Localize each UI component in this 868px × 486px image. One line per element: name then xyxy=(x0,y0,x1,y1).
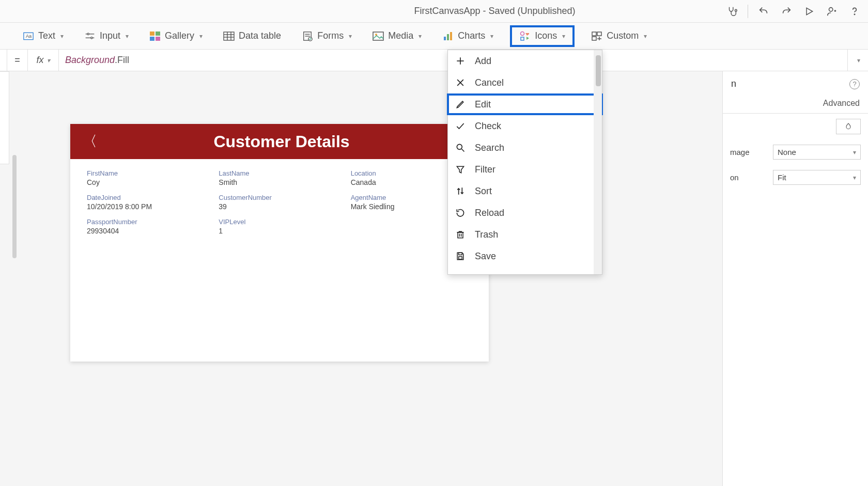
datatable-icon xyxy=(223,30,235,42)
dropdown-more-indicator[interactable]: ▾ xyxy=(448,267,602,274)
forms-icon xyxy=(302,30,313,42)
ribbon-media[interactable]: Media▾ xyxy=(368,27,426,45)
chevron-down-icon: ▾ xyxy=(853,149,856,156)
stethoscope-icon[interactable] xyxy=(725,4,739,19)
dd-label: Sort xyxy=(475,186,492,197)
field-label: VIPLevel xyxy=(219,218,340,226)
svg-rect-45 xyxy=(459,257,462,259)
detail-form: FirstNameCoy LastNameSmith LocationCanad… xyxy=(70,159,489,245)
select-value: None xyxy=(778,148,796,156)
field-passportnumber: PassportNumber29930404 xyxy=(87,218,208,235)
text-icon: Aa xyxy=(23,30,34,42)
svg-marker-39 xyxy=(457,166,463,173)
svg-point-3 xyxy=(854,14,855,14)
fx-button[interactable]: fx▾ xyxy=(28,50,59,71)
icon-option-search[interactable]: Search xyxy=(448,137,602,159)
chevron-down-icon: ▾ xyxy=(490,33,493,40)
prop-label: mage xyxy=(730,148,750,156)
tab-properties[interactable] xyxy=(723,93,815,113)
ribbon-label: Forms xyxy=(317,30,344,41)
prop-fill-row xyxy=(723,114,868,139)
ribbon-gallery[interactable]: Gallery▾ xyxy=(145,27,207,45)
field-label: FirstName xyxy=(87,169,208,177)
chevron-down-icon: ▾ xyxy=(857,57,860,64)
chevron-down-icon: ▾ xyxy=(47,57,50,64)
svg-point-28 xyxy=(521,32,524,35)
svg-rect-10 xyxy=(150,32,154,36)
chevron-down-icon: ▾ xyxy=(853,174,856,181)
help-icon[interactable] xyxy=(847,4,862,19)
chevron-down-icon: ▾ xyxy=(349,33,352,40)
icon-option-edit[interactable]: Edit xyxy=(447,93,603,115)
svg-point-7 xyxy=(87,33,89,35)
chevron-down-icon: ▾ xyxy=(419,33,422,40)
dd-label: Edit xyxy=(475,99,491,110)
tree-view-sliver[interactable] xyxy=(0,71,9,164)
redo-icon[interactable] xyxy=(779,4,794,19)
field-datejoined: DateJoined10/20/2019 8:00 PM xyxy=(87,194,208,211)
ribbon-label: Charts xyxy=(458,30,485,41)
bgimage-select[interactable]: None▾ xyxy=(773,145,861,160)
icon-option-save[interactable]: Save xyxy=(448,245,602,267)
ribbon-icons[interactable]: Icons▾ xyxy=(510,25,575,47)
dd-label: Filter xyxy=(475,164,495,175)
dd-label: Trash xyxy=(475,229,498,240)
icon-option-check[interactable]: Check xyxy=(448,115,602,137)
chevron-down-icon: ▾ xyxy=(644,33,647,40)
save-icon xyxy=(455,251,468,261)
help-icon[interactable]: ? xyxy=(849,79,860,89)
icon-option-filter[interactable]: Filter xyxy=(448,159,602,180)
svg-point-2 xyxy=(829,7,833,11)
canvas-screen[interactable]: 〈 Customer Details FirstNameCoy LastName… xyxy=(70,124,489,362)
app-title: FirstCanvasApp - Saved (Unpublished) xyxy=(6,6,725,17)
field-value: 10/20/2019 8:00 PM xyxy=(87,202,208,211)
chevron-down-icon: ▾ xyxy=(199,33,203,40)
svg-rect-44 xyxy=(459,253,462,255)
equals-label: = xyxy=(7,50,28,71)
charts-icon xyxy=(442,30,454,42)
field-firstname: FirstNameCoy xyxy=(87,169,208,186)
svg-rect-32 xyxy=(592,37,596,40)
svg-rect-40 xyxy=(458,232,463,238)
ribbon-charts[interactable]: Charts▾ xyxy=(438,27,498,45)
ribbon-text[interactable]: Aa Text▾ xyxy=(19,27,68,45)
share-person-icon[interactable] xyxy=(825,4,839,19)
tab-advanced[interactable]: Advanced xyxy=(815,93,868,113)
undo-icon[interactable] xyxy=(756,4,771,19)
ribbon-input[interactable]: Input▾ xyxy=(80,27,133,45)
svg-rect-14 xyxy=(224,32,234,40)
ribbon-label: Input xyxy=(100,30,120,41)
check-icon xyxy=(455,121,468,131)
icon-option-add[interactable]: Add xyxy=(448,50,602,72)
svg-line-38 xyxy=(462,149,464,152)
property-selector[interactable] xyxy=(0,50,7,71)
play-icon[interactable] xyxy=(802,4,816,19)
imgpos-select[interactable]: Fit▾ xyxy=(773,170,861,185)
insert-ribbon: Aa Text▾ Input▾ Gallery▾ Data table Form… xyxy=(0,23,868,50)
chevron-down-icon: ▾ xyxy=(126,33,129,40)
icon-option-reload[interactable]: Reload xyxy=(448,202,602,224)
ribbon-label: Gallery xyxy=(165,30,194,41)
ribbon-forms[interactable]: Forms▾ xyxy=(298,27,356,45)
chevron-down-icon: ▾ xyxy=(60,33,64,40)
left-scrollbar[interactable] xyxy=(12,155,17,258)
icon-option-trash[interactable]: Trash xyxy=(448,224,602,245)
ribbon-custom[interactable]: Custom▾ xyxy=(587,27,651,45)
prop-label: on xyxy=(730,173,739,182)
icon-option-cancel[interactable]: Cancel xyxy=(448,72,602,93)
dropdown-scrollbar[interactable] xyxy=(594,50,602,274)
prop-bgimage-row: mage None▾ xyxy=(723,139,868,165)
field-value: 29930404 xyxy=(87,227,208,235)
field-value: Smith xyxy=(219,178,340,186)
field-label: CustomerNumber xyxy=(219,194,340,201)
svg-point-9 xyxy=(91,37,92,38)
field-lastname: LastNameSmith xyxy=(219,169,340,186)
screen-header: 〈 Customer Details xyxy=(70,124,489,159)
sort-icon xyxy=(455,186,468,196)
fill-color-button[interactable] xyxy=(836,119,861,134)
ribbon-datatable[interactable]: Data table xyxy=(219,27,285,45)
icon-option-sort[interactable]: Sort xyxy=(448,180,602,202)
formula-expand[interactable]: ▾ xyxy=(847,50,868,71)
field-customernumber: CustomerNumber39 xyxy=(219,194,340,211)
svg-rect-23 xyxy=(373,32,383,40)
